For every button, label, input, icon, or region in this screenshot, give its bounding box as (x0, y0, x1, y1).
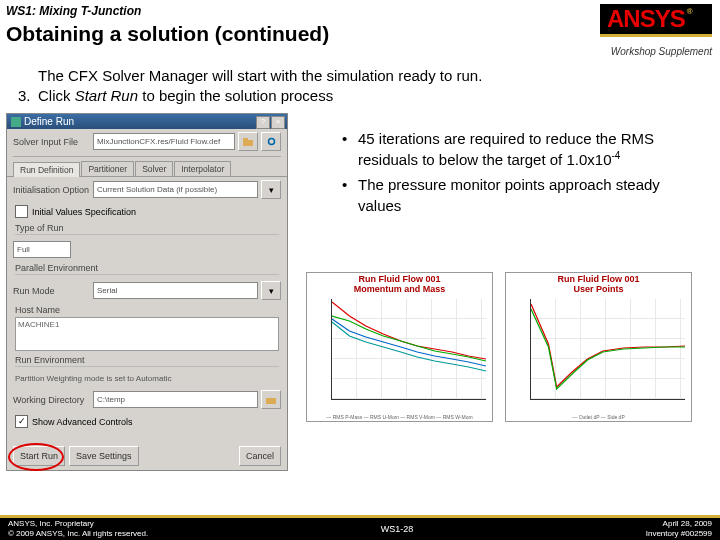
slide-footer: ANSYS, Inc. Proprietary© 2009 ANSYS, Inc… (0, 515, 720, 540)
dropdown-icon[interactable]: ▾ (261, 180, 281, 199)
highlight-oval (8, 443, 64, 471)
chart-legend: — RMS P-Mass — RMS U-Mom — RMS V-Mom — R… (307, 414, 492, 420)
tab-solver[interactable]: Solver (135, 161, 173, 176)
chart-svg (531, 299, 685, 399)
type-value[interactable]: Full (13, 241, 71, 258)
svg-rect-0 (11, 117, 21, 127)
chart-momentum-mass: Run Fluid Flow 001Momentum and Mass — RM… (306, 272, 493, 422)
init-values-checkbox[interactable] (15, 205, 28, 218)
save-settings-button[interactable]: Save Settings (69, 446, 139, 466)
ansys-logo: ANSYS® (600, 4, 712, 37)
init-option-select[interactable]: Current Solution Data (if possible) (93, 181, 258, 198)
cancel-button[interactable]: Cancel (239, 446, 281, 466)
wd-label: Working Directory (13, 395, 93, 405)
close-button[interactable]: × (271, 116, 285, 129)
init-option-label: Initialisation Option (13, 185, 93, 195)
wd-input[interactable]: C:\temp (93, 391, 258, 408)
run-mode-select[interactable]: Serial (93, 282, 258, 299)
chart-user-points: Run Fluid Flow 001User Points — Outlet d… (505, 272, 692, 422)
dropdown-icon-2[interactable]: ▾ (261, 281, 281, 300)
app-icon (11, 117, 21, 127)
slide-header: WS1: Mixing T-Junction Obtaining a solut… (0, 0, 720, 58)
type-run-label: Type of Run (7, 221, 287, 233)
tab-run-definition[interactable]: Run Definition (13, 162, 80, 177)
bullet-list: 45 iterations are required to reduce the… (302, 128, 714, 216)
folder-icon (243, 138, 253, 146)
parallel-env-label: Parallel Environment (7, 261, 287, 273)
run-mode-label: Run Mode (13, 286, 93, 296)
dialog-tabs: Run Definition Partitioner Solver Interp… (7, 159, 287, 177)
chart-legend: — Outlet dP — Side dP (506, 414, 691, 420)
reload-button[interactable] (261, 132, 281, 151)
browse-wd-button[interactable] (261, 390, 281, 409)
dialog-titlebar: Define Run ? × (7, 114, 287, 129)
run-env-label: Run Environment (7, 353, 287, 365)
define-run-dialog: Define Run ? × Solver Input File MixJunc… (6, 113, 288, 471)
chart-svg (332, 299, 486, 399)
tab-interpolator[interactable]: Interpolator (174, 161, 231, 176)
instruction-text: The CFX Solver Manager will start with t… (0, 58, 720, 111)
svg-point-3 (268, 139, 274, 145)
show-advanced-label: Show Advanced Controls (32, 417, 133, 427)
solver-file-input[interactable]: MixJunctionCFX.res/Fluid Flow.def (93, 133, 235, 150)
svg-rect-4 (266, 398, 276, 404)
solver-file-label: Solver Input File (13, 137, 93, 147)
folder-icon (266, 396, 276, 404)
help-button[interactable]: ? (256, 116, 270, 129)
supplement-label: Workshop Supplement (611, 46, 712, 57)
host-label: Host Name (7, 303, 287, 315)
svg-rect-2 (243, 138, 248, 141)
host-list[interactable]: MACHINE1 (15, 317, 279, 351)
browse-button[interactable] (238, 132, 258, 151)
page-number: WS1-28 (381, 524, 414, 534)
reload-icon (267, 137, 276, 146)
show-advanced-checkbox[interactable]: ✓ (15, 415, 28, 428)
partition-note: Partition Weighting mode is set to Autom… (7, 370, 287, 387)
init-values-label: Initial Values Specification (32, 207, 136, 217)
tab-partitioner[interactable]: Partitioner (81, 161, 134, 176)
